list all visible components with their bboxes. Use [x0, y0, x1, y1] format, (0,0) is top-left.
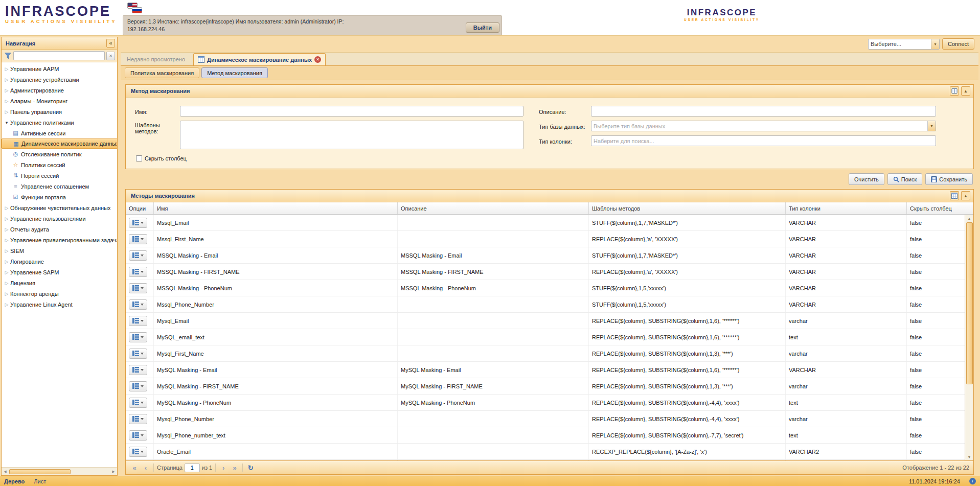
chevron-down-icon[interactable]: ▾: [927, 121, 936, 131]
refresh-icon[interactable]: ↻: [246, 464, 255, 472]
info-icon[interactable]: i: [969, 478, 976, 484]
table-row[interactable]: Mysql_First_Name REPLACE(${column}, SUBS…: [126, 345, 965, 362]
sidebar-item[interactable]: ◎ Отслеживание политик: [2, 149, 117, 159]
chevron-down-icon[interactable]: ▾: [931, 39, 939, 49]
collapse-form-panel-icon[interactable]: ▲: [961, 86, 970, 96]
table-row[interactable]: MySQL_email_text REPLACE(${column}, SUBS…: [126, 329, 965, 345]
row-options-button[interactable]: [129, 430, 147, 441]
row-options-button[interactable]: [129, 365, 147, 375]
row-options-button[interactable]: [129, 283, 147, 293]
row-options-button[interactable]: [129, 234, 147, 244]
sidebar-item[interactable]: ▾ Управление политиками: [2, 117, 117, 128]
row-options-button[interactable]: [129, 349, 147, 359]
sidebar-item[interactable]: ▷ Управление Linux Agent: [2, 299, 117, 310]
table-row[interactable]: Mysql_Phone_number_text REPLACE(${column…: [126, 427, 965, 444]
recently-viewed-label[interactable]: Недавно просмотрено: [127, 56, 190, 65]
table-row[interactable]: Mysql_Phone_Number REPLACE(${column}, SU…: [126, 411, 965, 427]
sidebar-item[interactable]: ☆ Политики сессий: [2, 159, 117, 170]
table-row[interactable]: MSSQL Masking - PhoneNum MSSQL Masking -…: [126, 280, 965, 296]
grid-vertical-scrollbar[interactable]: ▲ ▼: [965, 215, 973, 460]
name-input[interactable]: [180, 106, 523, 117]
column-header-3[interactable]: Шаблоны методов: [589, 202, 786, 214]
sidebar-collapse-button[interactable]: «: [106, 39, 115, 48]
expand-arrow-icon[interactable]: ▷: [3, 77, 10, 82]
connect-button[interactable]: Connect: [942, 38, 974, 50]
table-row[interactable]: Mysql_Email REPLACE(${column}, SUBSTRING…: [126, 313, 965, 329]
column-header-5[interactable]: Скрыть столбец: [907, 202, 973, 214]
logout-button[interactable]: Выйти: [466, 22, 499, 33]
row-options-button[interactable]: [129, 414, 147, 424]
prev-page-icon[interactable]: ‹: [141, 464, 150, 472]
expand-arrow-icon[interactable]: ▷: [3, 205, 10, 211]
expand-arrow-icon[interactable]: ▷: [3, 248, 10, 253]
collapse-grid-panel-icon[interactable]: ▲: [961, 191, 970, 200]
expand-arrow-icon[interactable]: ▾: [3, 120, 10, 125]
next-page-icon[interactable]: ›: [219, 464, 228, 472]
sidebar-item[interactable]: ▦ Динамическое маскирование данных: [2, 138, 117, 149]
row-options-button[interactable]: [129, 381, 147, 391]
expand-arrow-icon[interactable]: ▷: [3, 259, 10, 264]
tree-view-tab[interactable]: Дерево: [4, 478, 25, 484]
column-header-1[interactable]: Имя: [154, 202, 398, 214]
sidebar-item[interactable]: ▷ Панель управления: [2, 106, 117, 117]
sidebar-item[interactable]: ▷ Лицензия: [2, 277, 117, 288]
table-row[interactable]: MySQL Masking - Email MySQL Masking - Em…: [126, 362, 965, 378]
sidebar-item[interactable]: ⇅ Пороги сессий: [2, 170, 117, 181]
leaf-view-tab[interactable]: Лист: [34, 478, 46, 484]
column-type-input[interactable]: [591, 135, 936, 146]
table-row[interactable]: MSSQL Masking - FIRST_NAME MSSQL Masking…: [126, 264, 965, 280]
sidebar-item[interactable]: ▤ Активные сессии: [2, 128, 117, 138]
column-header-2[interactable]: Описание: [398, 202, 589, 214]
db-type-select[interactable]: Выберите тип базы данных ▾: [591, 121, 936, 131]
info-book-icon[interactable]: [950, 86, 959, 96]
sidebar-item[interactable]: ▷ SIEM: [2, 245, 117, 256]
expand-arrow-icon[interactable]: ▷: [3, 99, 10, 104]
sidebar-item[interactable]: ▷ Управление устройствами: [2, 74, 117, 85]
table-row[interactable]: MySQL Masking - PhoneNum MySQL Masking -…: [126, 395, 965, 411]
vscroll-thumb[interactable]: [966, 222, 973, 384]
expand-arrow-icon[interactable]: ▷: [3, 227, 10, 232]
expand-arrow-icon[interactable]: ▷: [3, 88, 10, 93]
expand-arrow-icon[interactable]: ▷: [3, 291, 10, 296]
sidebar-item[interactable]: ▷ Алармы - Мониторинг: [2, 96, 117, 106]
expand-arrow-icon[interactable]: ▷: [3, 302, 10, 307]
tab-masking-method[interactable]: Метод маскирования: [201, 67, 268, 78]
clear-filter-icon[interactable]: ×: [106, 52, 115, 60]
scroll-up-icon[interactable]: ▲: [968, 215, 971, 222]
expand-arrow-icon[interactable]: ▷: [3, 66, 10, 72]
table-row[interactable]: Mssql_First_Name REPLACE(${column},'a', …: [126, 231, 965, 247]
column-header-4[interactable]: Тип колонки: [786, 202, 907, 214]
row-options-button[interactable]: [129, 398, 147, 408]
description-input[interactable]: [591, 106, 936, 117]
sidebar-item[interactable]: ▷ Администрирование: [2, 85, 117, 96]
sidebar-item[interactable]: ▷ Обнаружение чувствительных данных: [2, 202, 117, 213]
column-header-0[interactable]: Опции: [126, 202, 154, 214]
page-input[interactable]: [185, 464, 200, 472]
row-options-button[interactable]: [129, 267, 147, 277]
expand-arrow-icon[interactable]: ▷: [3, 238, 10, 243]
sidebar-item[interactable]: ▷ Управление пользователями: [2, 213, 117, 224]
table-row[interactable]: Mssql_Phone_Number STUFF(${column},1,5,'…: [126, 296, 965, 313]
grid-settings-icon[interactable]: [950, 191, 959, 200]
templates-textarea[interactable]: [180, 121, 523, 149]
tab-masking-policy[interactable]: Политика маскирования: [125, 67, 199, 78]
table-row[interactable]: MSSQL Masking - Email MSSQL Masking - Em…: [126, 247, 965, 264]
sidebar-item[interactable]: ▷ Управление SAPM: [2, 267, 117, 277]
row-options-button[interactable]: [129, 316, 147, 326]
first-page-icon[interactable]: «: [130, 464, 139, 472]
scroll-right-icon[interactable]: ▶: [110, 470, 117, 474]
sidebar-item[interactable]: ▷ Отчеты аудита: [2, 224, 117, 235]
scroll-down-icon[interactable]: ▼: [968, 453, 971, 460]
sidebar-item[interactable]: ≡ Управление соглашением: [2, 181, 117, 192]
expand-arrow-icon[interactable]: ▷: [3, 109, 10, 114]
sidebar-item[interactable]: ▷ Управление привилегированными задачами: [2, 235, 117, 245]
search-button[interactable]: Поиск: [887, 173, 922, 185]
row-options-button[interactable]: [129, 299, 147, 310]
clear-button[interactable]: Очистить: [849, 173, 884, 185]
sidebar-item[interactable]: ▷ Управление AAPM: [2, 63, 117, 74]
hscroll-thumb[interactable]: [9, 469, 71, 474]
row-options-button[interactable]: [129, 332, 147, 342]
sidebar-horizontal-scrollbar[interactable]: ◀ ▶: [2, 467, 117, 475]
connect-select[interactable]: Выберите... ▾: [868, 39, 940, 50]
row-options-button[interactable]: [129, 218, 147, 228]
